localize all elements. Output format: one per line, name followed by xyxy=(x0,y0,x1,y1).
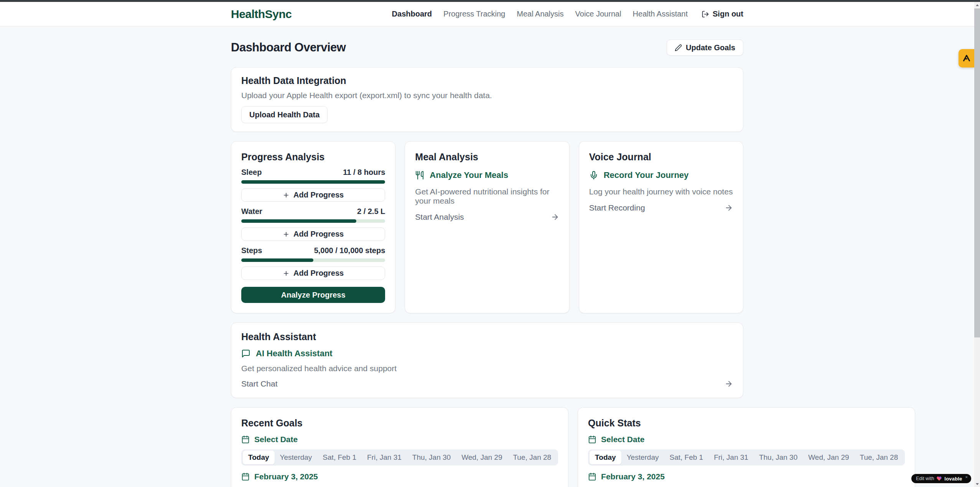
start-analysis-row[interactable]: Start Analysis xyxy=(415,212,559,222)
calendar-icon xyxy=(588,472,596,481)
tab-wed-jan-29[interactable]: Wed, Jan 29 xyxy=(803,451,854,464)
add-progress-label: Add Progress xyxy=(293,269,344,278)
recent-goals-current-date: February 3, 2025 xyxy=(241,472,558,481)
voice-journal-card: Voice Journal Record Your Journey Log yo… xyxy=(579,141,743,313)
heart-icon xyxy=(936,476,942,481)
tab-thu-jan-30[interactable]: Thu, Jan 30 xyxy=(754,451,803,464)
main-nav: Dashboard Progress Tracking Meal Analysi… xyxy=(392,10,743,18)
record-your-journey-label: Record Your Journey xyxy=(604,170,689,180)
assistant-description: Get personalized health advice and suppo… xyxy=(241,364,733,373)
tab-sat-feb-1[interactable]: Sat, Feb 1 xyxy=(317,451,362,464)
ai-health-assistant-label: AI Health Assistant xyxy=(256,349,333,359)
main-content: Dashboard Overview Update Goals Health D… xyxy=(231,39,743,487)
tab-yesterday[interactable]: Yesterday xyxy=(275,451,318,464)
quick-stats-select-date[interactable]: Select Date xyxy=(588,435,905,444)
add-progress-water-button[interactable]: Add Progress xyxy=(241,227,385,241)
tab-tue-jan-28[interactable]: Tue, Jan 28 xyxy=(507,451,557,464)
pencil-icon xyxy=(675,44,682,51)
voice-journal-title: Voice Journal xyxy=(589,151,733,163)
meal-description: Get AI-powered nutritional insights for … xyxy=(415,187,559,206)
metric-water-value: 2 / 2.5 L xyxy=(357,207,385,216)
current-date-label: February 3, 2025 xyxy=(601,472,665,481)
start-recording-row[interactable]: Start Recording xyxy=(589,203,733,212)
start-recording-label: Start Recording xyxy=(589,203,645,212)
quick-stats-current-date: February 3, 2025 xyxy=(588,472,905,481)
tab-today[interactable]: Today xyxy=(590,451,621,464)
progress-analysis-card: Progress Analysis Sleep 11 / 8 hours Add… xyxy=(231,141,395,313)
sleep-progress-bar xyxy=(241,180,385,184)
sign-out-button[interactable]: Sign out xyxy=(702,10,743,18)
nav-health-assistant[interactable]: Health Assistant xyxy=(633,10,688,18)
water-progress-bar xyxy=(241,219,385,223)
chat-bubble-icon xyxy=(241,349,250,358)
nav-meal-analysis[interactable]: Meal Analysis xyxy=(517,10,563,18)
health-data-integration-card: Health Data Integration Upload your Appl… xyxy=(231,67,743,132)
analyze-your-meals-link[interactable]: Analyze Your Meals xyxy=(415,170,559,180)
lovable-editor-fab[interactable] xyxy=(959,49,974,67)
tab-thu-jan-30[interactable]: Thu, Jan 30 xyxy=(407,451,456,464)
tab-sat-feb-1[interactable]: Sat, Feb 1 xyxy=(664,451,708,464)
nav-voice-journal[interactable]: Voice Journal xyxy=(575,10,621,18)
record-your-journey-link[interactable]: Record Your Journey xyxy=(589,170,733,180)
calendar-icon xyxy=(588,435,596,444)
current-date-label: February 3, 2025 xyxy=(254,472,318,481)
sign-out-label: Sign out xyxy=(713,10,743,18)
voice-description: Log your health journey with voice notes xyxy=(589,187,733,196)
metric-steps-value: 5,000 / 10,000 steps xyxy=(314,246,385,255)
lovable-glyph-icon xyxy=(962,54,971,63)
quick-stats-card: Quick Stats Select Date Today Yesterday … xyxy=(578,407,915,487)
calendar-icon xyxy=(241,435,250,444)
arrow-right-icon xyxy=(725,204,733,212)
scrollbar-thumb[interactable] xyxy=(974,8,980,337)
add-progress-label: Add Progress xyxy=(293,230,344,239)
tab-fri-jan-31[interactable]: Fri, Jan 31 xyxy=(362,451,407,464)
add-progress-steps-button[interactable]: Add Progress xyxy=(241,267,385,280)
tab-yesterday[interactable]: Yesterday xyxy=(621,451,664,464)
progress-analysis-title: Progress Analysis xyxy=(241,151,385,163)
nav-dashboard[interactable]: Dashboard xyxy=(392,10,432,18)
meal-analysis-title: Meal Analysis xyxy=(415,151,559,163)
microphone-icon xyxy=(589,171,598,180)
start-chat-row[interactable]: Start Chat xyxy=(241,379,733,388)
arrow-right-icon xyxy=(551,213,559,221)
badge-close-icon[interactable]: × xyxy=(965,475,968,479)
health-assistant-title: Health Assistant xyxy=(241,331,733,342)
log-out-icon xyxy=(702,10,709,18)
recent-goals-select-date[interactable]: Select Date xyxy=(241,435,558,444)
scrollbar-down-arrow[interactable] xyxy=(974,481,980,487)
plus-icon xyxy=(283,231,290,238)
start-chat-label: Start Chat xyxy=(241,379,278,388)
analyze-progress-button[interactable]: Analyze Progress xyxy=(241,287,385,303)
metric-sleep: Sleep 11 / 8 hours Add Progress xyxy=(241,168,385,202)
plus-icon xyxy=(283,192,290,199)
tab-fri-jan-31[interactable]: Fri, Jan 31 xyxy=(708,451,754,464)
health-assistant-card: Health Assistant AI Health Assistant Get… xyxy=(231,322,743,398)
brand-logo[interactable]: HealthSync xyxy=(231,8,292,21)
metric-sleep-value: 11 / 8 hours xyxy=(343,168,385,177)
edit-with-lovable-badge[interactable]: Edit with lovable × xyxy=(911,474,971,483)
integration-title: Health Data Integration xyxy=(241,75,733,86)
plus-icon xyxy=(283,270,290,277)
tab-tue-jan-28[interactable]: Tue, Jan 28 xyxy=(855,451,904,464)
tab-today[interactable]: Today xyxy=(243,451,275,464)
select-date-label: Select Date xyxy=(254,435,298,444)
metric-steps-label: Steps xyxy=(241,246,262,255)
nav-progress-tracking[interactable]: Progress Tracking xyxy=(443,10,505,18)
metric-water-label: Water xyxy=(241,207,262,216)
vertical-scrollbar xyxy=(974,2,980,487)
add-progress-sleep-button[interactable]: Add Progress xyxy=(241,188,385,202)
metric-water: Water 2 / 2.5 L Add Progress xyxy=(241,207,385,241)
start-analysis-label: Start Analysis xyxy=(415,212,464,222)
tab-wed-jan-29[interactable]: Wed, Jan 29 xyxy=(456,451,507,464)
arrow-right-icon xyxy=(725,380,733,388)
scrollbar-up-arrow[interactable] xyxy=(974,2,980,8)
update-goals-button[interactable]: Update Goals xyxy=(667,39,743,56)
quick-stats-title: Quick Stats xyxy=(588,418,905,429)
upload-health-data-button[interactable]: Upload Health Data xyxy=(241,106,328,123)
meal-analysis-card: Meal Analysis Analyze Your Meals Get AI-… xyxy=(405,141,569,313)
update-goals-label: Update Goals xyxy=(686,43,735,52)
ai-health-assistant-link[interactable]: AI Health Assistant xyxy=(241,349,733,359)
recent-goals-title: Recent Goals xyxy=(241,418,558,429)
recent-goals-date-tabs: Today Yesterday Sat, Feb 1 Fri, Jan 31 T… xyxy=(241,449,558,466)
analyze-your-meals-label: Analyze Your Meals xyxy=(430,170,508,180)
